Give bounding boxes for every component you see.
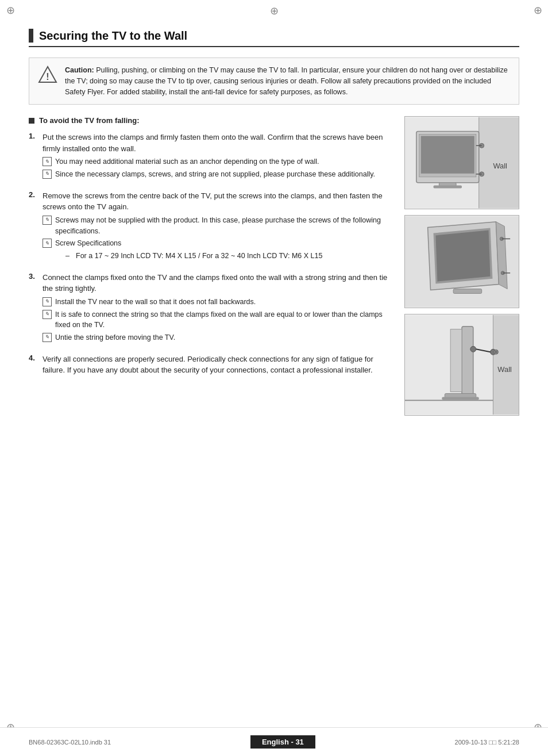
item-number-1: 1. [29, 132, 39, 154]
item-number-3: 3. [29, 272, 39, 294]
note-icon-1-1: ✎ [43, 157, 52, 166]
title-bar-accent [29, 29, 33, 43]
note-icon-3-2: ✎ [43, 310, 52, 319]
note-list-2: ✎ Screws may not be supplied with the pr… [43, 215, 393, 262]
svg-rect-31 [450, 329, 462, 392]
item-row-2: 2. Remove the screws from the centre bac… [29, 190, 393, 213]
sub-list-2: – For a 17 ~ 29 Inch LCD TV: M4 X L15 / … [65, 251, 393, 262]
note-icon-1-2: ✎ [43, 170, 52, 179]
note-text-3-3: Untie the string before moving the TV. [55, 332, 175, 343]
numbered-item-4: 4. Verify all connections are properly s… [29, 354, 393, 376]
diagrams: Wall [404, 116, 519, 416]
note-icon-3-3: ✎ [43, 333, 52, 342]
footer-left: BN68-02363C-02L10.indb 31 [29, 739, 111, 746]
note-item-3-2: ✎ It is safe to connect the string so th… [43, 309, 393, 331]
item-number-2: 2. [29, 190, 39, 213]
note-icon-2-2: ✎ [43, 239, 52, 248]
svg-rect-8 [421, 136, 474, 174]
numbered-item-3: 3. Connect the clamps fixed onto the TV … [29, 272, 393, 343]
section-header-square [29, 118, 34, 124]
numbered-item-2: 2. Remove the screws from the centre bac… [29, 190, 393, 262]
caution-icon: ! [37, 65, 58, 86]
item-text-4: Verify all connections are properly secu… [43, 354, 393, 376]
note-item-1-1: ✎ You may need additional material such … [43, 156, 393, 167]
section-header-text: To avoid the TV from falling: [39, 116, 140, 125]
page-footer: BN68-02363C-02L10.indb 31 English - 31 2… [0, 727, 548, 756]
note-item-1-2: ✎ Since the necessary clamps, screws, an… [43, 169, 393, 180]
caution-label: Caution: [65, 66, 94, 74]
note-text-1-2: Since the necessary clamps, screws, and … [55, 169, 375, 180]
note-list-1: ✎ You may need additional material such … [43, 156, 393, 180]
note-item-3-1: ✎ Install the TV near to the wall so tha… [43, 297, 393, 308]
item-text-2: Remove the screws from the centre back o… [43, 190, 393, 213]
caution-body: Pulling, pushing, or climbing on the TV … [65, 66, 508, 96]
section-header: To avoid the TV from falling: [29, 116, 393, 125]
instructions: To avoid the TV from falling: 1. Put the… [29, 116, 393, 416]
item-row-3: 3. Connect the clamps fixed onto the TV … [29, 272, 393, 294]
note-item-2-2: ✎ Screw Specifications [43, 238, 393, 249]
footer-center: English - 31 [250, 735, 315, 749]
svg-text:Wall: Wall [493, 162, 507, 170]
svg-marker-19 [435, 231, 490, 282]
diagram-1: Wall [404, 116, 519, 209]
svg-rect-10 [434, 186, 462, 189]
footer-center-text: English - 31 [262, 738, 304, 746]
note-icon-2-1: ✎ [43, 216, 52, 225]
caution-text: Caution: Pulling, pushing, or climbing o… [65, 65, 511, 97]
footer-right: 2009-10-13 □□ 5:21:28 [455, 739, 519, 746]
svg-rect-30 [462, 327, 473, 395]
numbered-item-1: 1. Put the screws into the clamps and fi… [29, 132, 393, 180]
note-text-3-1: Install the TV near to the wall so that … [55, 297, 256, 308]
svg-rect-21 [453, 289, 482, 294]
note-item-2-1: ✎ Screws may not be supplied with the pr… [43, 215, 393, 237]
note-list-3: ✎ Install the TV near to the wall so tha… [43, 297, 393, 343]
item-row-4: 4. Verify all connections are properly s… [29, 354, 393, 376]
diagram-2 [404, 215, 519, 308]
item-number-4: 4. [29, 354, 39, 376]
main-content: To avoid the TV from falling: 1. Put the… [29, 116, 519, 416]
note-icon-3-1: ✎ [43, 297, 52, 306]
page-title-section: Securing the TV to the Wall [29, 29, 519, 47]
diagram-3: Wall [404, 314, 519, 416]
svg-text:Wall: Wall [497, 365, 512, 374]
svg-point-35 [470, 347, 476, 352]
item-row-1: 1. Put the screws into the clamps and fi… [29, 132, 393, 154]
note-text-1-1: You may need additional material such as… [55, 156, 319, 167]
sub-dash-2-1: – [65, 251, 72, 262]
page-title: Securing the TV to the Wall [39, 29, 187, 43]
note-text-2-2: Screw Specifications [55, 238, 121, 249]
svg-rect-33 [442, 397, 478, 400]
note-text-3-2: It is safe to connect the string so that… [55, 309, 393, 331]
item-text-3: Connect the clamps fixed onto the TV and… [43, 272, 393, 294]
note-item-3-3: ✎ Untie the string before moving the TV. [43, 332, 393, 343]
sub-text-2-1: For a 17 ~ 29 Inch LCD TV: M4 X L15 / Fo… [76, 251, 322, 262]
note-text-2-1: Screws may not be supplied with the prod… [55, 215, 393, 237]
sub-item-2-1: – For a 17 ~ 29 Inch LCD TV: M4 X L15 / … [65, 251, 393, 262]
item-text-1: Put the screws into the clamps and firml… [43, 132, 393, 154]
svg-text:!: ! [46, 72, 49, 82]
caution-box: ! Caution: Pulling, pushing, or climbing… [29, 57, 519, 105]
page-wrapper: Securing the TV to the Wall ! Caution: P… [0, 0, 548, 756]
